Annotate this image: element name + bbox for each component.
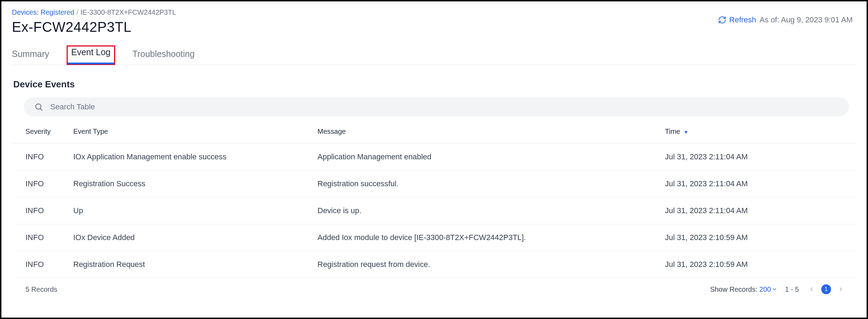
cell-message: Registration successful. xyxy=(313,171,661,197)
cell-event-type: Registration Success xyxy=(69,171,313,197)
chevron-down-icon xyxy=(772,287,777,292)
search-input[interactable] xyxy=(50,102,839,111)
refresh-button[interactable]: Refresh xyxy=(718,15,756,24)
col-header-severity[interactable]: Severity xyxy=(13,121,69,144)
svg-line-1 xyxy=(40,109,42,110)
refresh-asof: As of: Aug 9, 2023 9:01 AM xyxy=(760,15,853,24)
cell-time: Jul 31, 2023 2:11:04 AM xyxy=(661,144,856,171)
cell-severity: INFO xyxy=(13,171,69,197)
cell-severity: INFO xyxy=(13,144,69,171)
cell-severity: INFO xyxy=(13,197,69,224)
section-title-device-events: Device Events xyxy=(13,79,856,90)
cell-message: Device is up. xyxy=(313,197,661,224)
pager-next-button[interactable] xyxy=(836,284,846,294)
cell-severity: INFO xyxy=(13,251,69,278)
events-table: Severity Event Type Message Time ▼ INFOI… xyxy=(13,121,856,278)
cell-time: Jul 31, 2023 2:11:04 AM xyxy=(661,197,856,224)
search-icon xyxy=(34,102,43,111)
sort-desc-icon: ▼ xyxy=(683,129,688,135)
cell-time: Jul 31, 2023 2:10:59 AM xyxy=(661,251,856,278)
tab-troubleshooting[interactable]: Troubleshooting xyxy=(133,45,195,65)
col-header-message[interactable]: Message xyxy=(313,121,661,144)
pager-page-current[interactable]: 1 xyxy=(821,284,831,294)
pager-prev-button[interactable] xyxy=(807,284,816,294)
cell-message: Added Iox module to device [IE-3300-8T2X… xyxy=(313,224,661,251)
col-header-event-type[interactable]: Event Type xyxy=(69,121,313,144)
cell-event-type: IOx Device Added xyxy=(69,224,313,251)
show-records-control: Show Records: 200 xyxy=(710,285,777,293)
cell-event-type: Up xyxy=(69,197,313,224)
refresh-icon xyxy=(718,16,726,24)
svg-point-0 xyxy=(36,104,41,109)
breadcrumb: Devices: Registered / IE-3300-8T2X+FCW24… xyxy=(12,8,176,16)
show-records-dropdown[interactable]: 200 xyxy=(760,285,777,293)
cell-time: Jul 31, 2023 2:11:04 AM xyxy=(661,171,856,197)
cell-time: Jul 31, 2023 2:10:59 AM xyxy=(661,224,856,251)
pagination-range: 1 - 5 xyxy=(785,285,799,293)
cell-event-type: IOx Application Management enable succes… xyxy=(69,144,313,171)
refresh-label: Refresh xyxy=(729,15,756,24)
chevron-right-icon xyxy=(838,286,844,292)
cell-severity: INFO xyxy=(13,224,69,251)
records-count: 5 Records xyxy=(25,285,57,293)
tab-event-log[interactable]: Event Log xyxy=(67,45,115,65)
table-row[interactable]: INFOUpDevice is up.Jul 31, 2023 2:11:04 … xyxy=(13,197,856,224)
col-header-time[interactable]: Time ▼ xyxy=(661,121,856,144)
cell-event-type: Registration Request xyxy=(69,251,313,278)
breadcrumb-separator: / xyxy=(76,8,78,16)
search-bar[interactable] xyxy=(24,97,849,116)
breadcrumb-current: IE-3300-8T2X+FCW2442P3TL xyxy=(81,8,176,16)
page-title: Ex-FCW2442P3TL xyxy=(12,19,176,35)
table-row[interactable]: INFOIOx Device AddedAdded Iox module to … xyxy=(13,224,856,251)
chevron-left-icon xyxy=(808,286,815,292)
table-row[interactable]: INFORegistration SuccessRegistration suc… xyxy=(13,171,856,197)
table-row[interactable]: INFOIOx Application Management enable su… xyxy=(13,144,856,171)
breadcrumb-link-devices[interactable]: Devices: Registered xyxy=(12,8,74,16)
cell-message: Registration request from device. xyxy=(313,251,661,278)
cell-message: Application Management enabled xyxy=(313,144,661,171)
tab-summary[interactable]: Summary xyxy=(12,45,49,65)
table-row[interactable]: INFORegistration RequestRegistration req… xyxy=(13,251,856,278)
tab-bar: Summary Event Log Troubleshooting xyxy=(12,45,856,65)
